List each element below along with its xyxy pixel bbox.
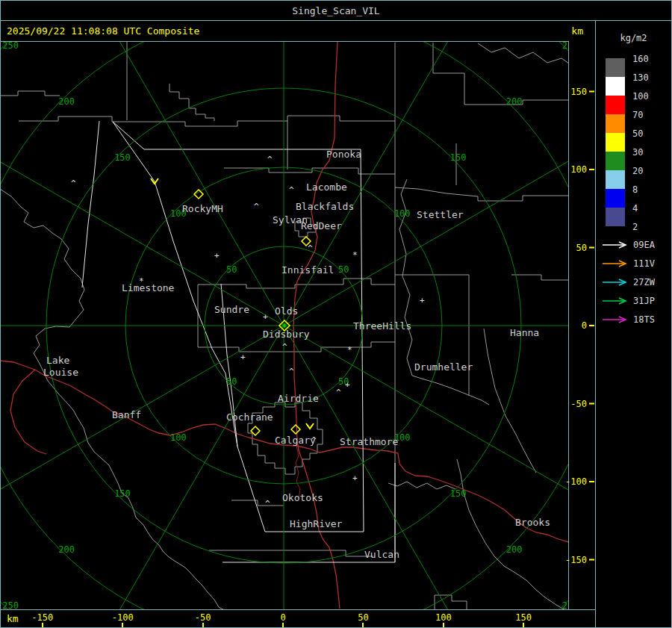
color-scale-value: 30 [632, 147, 667, 158]
station-row: 111V [600, 258, 671, 269]
ring-distance-label: 150 [114, 488, 131, 499]
map-place-label: Lacombe [306, 181, 347, 193]
radar-map[interactable]: 5050505010010010010015015015015020020020… [0, 41, 596, 610]
boundary-line [209, 550, 373, 556]
map-place-label: RockyMH [182, 203, 223, 214]
color-scale-block [606, 77, 625, 96]
map-place-label: Drumheller [414, 361, 473, 373]
map-place-label: ThreeHills [353, 320, 411, 332]
plus-marker: + [214, 251, 220, 261]
station-id: 111V [633, 258, 655, 269]
map-place-label: Calgary [275, 435, 316, 446]
right-axis-label: -150 [565, 555, 587, 565]
map-place-label: Ponoka [326, 149, 361, 160]
radar-site-diamond [291, 425, 300, 434]
map-place-label: Innisfail [281, 264, 334, 276]
radar-viewer-window: Single_Scan_VIL 2025/09/22 11:08:08 UTC … [0, 0, 672, 628]
map-place-label: Airdrie [278, 393, 319, 404]
ring-distance-label: 250 [2, 600, 19, 610]
radial-line [0, 122, 284, 326]
caret-marker: ^ [289, 367, 294, 376]
caret-marker: ^ [336, 388, 341, 397]
right-axis-label: 150 [570, 87, 587, 97]
right-axis-tick [589, 325, 594, 326]
bottom-axis-label: -50 [195, 612, 211, 623]
map-place-label: Didsbury [263, 329, 310, 340]
asterisk-marker: * [352, 250, 358, 260]
station-row: 31JP [600, 296, 671, 306]
map-viewport[interactable]: 5050505010010010010015015015015020020020… [0, 41, 596, 610]
map-place-label: Strathmore [340, 436, 398, 447]
title-bar: Single_Scan_VIL [0, 0, 672, 21]
ring-distance-label: 200 [58, 544, 75, 555]
map-place-label: RedDeer [301, 220, 342, 231]
plus-marker: + [420, 296, 425, 305]
color-scale-value: 70 [632, 110, 667, 120]
caret-marker: ^ [308, 243, 313, 253]
legend-panel: kg/m2 16013010070503020842 09EA111V27ZW3… [595, 20, 672, 628]
ring-distance-label: 150 [114, 152, 131, 163]
ring-distance-label: 250 [562, 600, 579, 610]
ring-distance-label: 50 [338, 264, 349, 275]
ring-distance-label: 50 [226, 376, 237, 387]
scan-timestamp: 2025/09/22 11:08:08 UTC Composite [7, 25, 199, 37]
station-id: 18TS [633, 314, 655, 325]
ring-distance-label: 150 [450, 488, 467, 499]
ring-distance-label: 250 [562, 41, 579, 51]
color-scale-block [606, 114, 625, 133]
asterisk-marker: * [139, 276, 144, 286]
boundary-line [169, 84, 214, 121]
info-bar: 2025/09/22 11:08:08 UTC Composite km [0, 20, 596, 42]
map-layers: 5050505010010010010015015015015020020020… [0, 41, 596, 610]
bottom-axis-tick [122, 623, 123, 627]
station-arrow-icon [602, 297, 630, 305]
color-scale-block [606, 96, 625, 114]
boundary-line [511, 275, 569, 280]
ring-distance-label: 200 [506, 544, 523, 555]
map-place-label: HighRiver [290, 518, 343, 529]
map-place-label: Brooks [515, 517, 550, 528]
right-axis-tick [589, 403, 594, 405]
color-scale-value: 4 [632, 203, 667, 214]
station-row: 09EA [600, 240, 671, 250]
bottom-axis-label: 0 [280, 612, 285, 623]
bottom-axis-label: 50 [358, 612, 368, 623]
ring-distance-label: 50 [226, 264, 237, 275]
color-scale-value: 100 [632, 91, 667, 102]
color-scale-value: 8 [632, 184, 667, 195]
bottom-axis-label: -100 [112, 612, 134, 623]
color-scale-value: 2 [632, 222, 667, 232]
station-id: 09EA [633, 240, 655, 250]
map-place-label: Lake [46, 355, 69, 366]
color-scale-block [606, 152, 625, 170]
coverage-outline [82, 121, 99, 287]
right-axis-label: -50 [570, 399, 587, 409]
bottom-axis-label: -150 [31, 612, 53, 623]
radial-line [81, 41, 284, 326]
bottom-axis-tick [443, 623, 444, 627]
right-axis-tick [589, 481, 594, 482]
station-arrow-icon [602, 316, 630, 324]
boundary-line [0, 91, 60, 96]
station-row: 18TS [600, 314, 671, 325]
ring-distance-label: 200 [58, 96, 75, 107]
bottom-axis-tick [362, 623, 364, 627]
color-scale-block [606, 58, 625, 77]
right-axis-tick [589, 91, 594, 93]
map-place-label: Cochrane [226, 411, 273, 423]
window-title: Single_Scan_VIL [292, 5, 379, 16]
boundary-line [0, 189, 224, 610]
color-scale-value: 160 [632, 54, 667, 64]
right-axis-label: 100 [570, 164, 587, 175]
caret-marker: ^ [267, 155, 273, 164]
boundary-line [231, 500, 284, 506]
map-place-label: Vulcan [364, 549, 399, 560]
station-arrow-icon [602, 241, 630, 249]
plus-marker: + [352, 473, 358, 483]
ring-distance-label: 250 [2, 41, 19, 51]
color-scale-block [606, 170, 625, 189]
plus-marker: + [240, 352, 246, 362]
ring-distance-label: 100 [394, 208, 411, 219]
bottom-axis-tick [282, 623, 284, 627]
station-arrow-icon [602, 260, 630, 268]
